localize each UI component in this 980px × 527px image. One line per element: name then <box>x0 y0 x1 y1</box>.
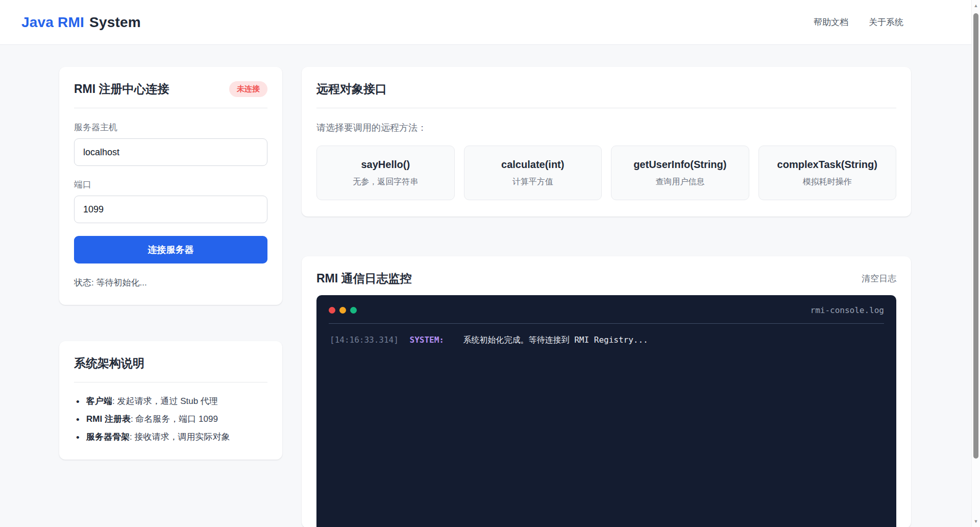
window-minimize-dot-icon <box>339 307 346 314</box>
architecture-term: 客户端 <box>86 396 112 406</box>
console-filename: rmi-console.log <box>811 305 885 315</box>
remote-interface-card: 远程对象接口 请选择要调用的远程方法： sayHello() 无参，返回字符串 … <box>302 67 911 217</box>
method-desc: 计算平方值 <box>470 177 597 187</box>
divider <box>74 108 267 108</box>
method-desc: 无参，返回字符串 <box>322 177 449 187</box>
brand-primary-text: Java RMI <box>21 14 84 30</box>
architecture-list-item: 服务器骨架: 接收请求，调用实际对象 <box>74 432 267 443</box>
connection-status-badge: 未连接 <box>229 81 267 97</box>
method-name: calculate(int) <box>470 159 597 171</box>
port-field-group: 端口 <box>74 179 267 223</box>
method-name: sayHello() <box>322 159 449 171</box>
log-card-title: RMI 通信日志监控 <box>316 271 412 286</box>
port-field-label: 端口 <box>74 179 267 190</box>
header-nav: 帮助文档 关于系统 <box>814 16 903 28</box>
divider <box>316 108 896 108</box>
log-entry: [14:16:33.314] SYSTEM: 系统初始化完成。等待连接到 RMI… <box>330 335 883 346</box>
registry-connection-card: RMI 注册中心连接 未连接 服务器主机 端口 连接服务器 状态: 等待初始化.… <box>59 67 282 305</box>
architecture-desc: : 接收请求，调用实际对象 <box>130 432 230 442</box>
console-titlebar: rmi-console.log <box>316 295 896 323</box>
method-card-getuserinfo[interactable]: getUserInfo(String) 查询用户信息 <box>611 146 749 200</box>
vertical-scrollbar[interactable]: ▲ ▼ <box>971 0 980 527</box>
architecture-term: RMI 注册表 <box>86 414 131 424</box>
scroll-down-arrow-icon[interactable]: ▼ <box>972 517 980 526</box>
architecture-card: 系统架构说明 客户端: 发起请求，通过 Stub 代理 RMI 注册表: 命名服… <box>59 341 282 460</box>
method-name: getUserInfo(String) <box>617 159 744 171</box>
method-desc: 模拟耗时操作 <box>764 177 891 187</box>
methods-prompt: 请选择要调用的远程方法： <box>316 122 896 134</box>
connection-card-title: RMI 注册中心连接 <box>74 81 169 97</box>
architecture-card-title: 系统架构说明 <box>74 355 267 371</box>
window-control-dots <box>329 307 361 314</box>
host-input[interactable] <box>74 138 267 166</box>
architecture-term: 服务器骨架 <box>86 432 130 442</box>
nav-link-help-docs[interactable]: 帮助文档 <box>814 16 848 28</box>
method-desc: 查询用户信息 <box>617 177 744 187</box>
architecture-list-item: 客户端: 发起请求，通过 Stub 代理 <box>74 396 267 408</box>
log-monitor-card: RMI 通信日志监控 清空日志 rmi-console.log [14:16:3… <box>302 256 911 527</box>
connection-card-header: RMI 注册中心连接 未连接 <box>74 81 267 97</box>
log-timestamp: [14:16:33.314] <box>330 335 399 345</box>
architecture-list: 客户端: 发起请求，通过 Stub 代理 RMI 注册表: 命名服务，端口 10… <box>74 396 267 443</box>
scrollbar-thumb[interactable] <box>973 13 978 459</box>
nav-link-about[interactable]: 关于系统 <box>869 16 903 28</box>
log-console: rmi-console.log [14:16:33.314] SYSTEM: 系… <box>316 295 896 527</box>
architecture-list-item: RMI 注册表: 命名服务，端口 1099 <box>74 414 267 425</box>
port-input[interactable] <box>74 196 267 223</box>
clear-log-button[interactable]: 清空日志 <box>862 273 896 284</box>
window-close-dot-icon <box>329 307 335 314</box>
window-maximize-dot-icon <box>350 307 357 314</box>
main-content: RMI 注册中心连接 未连接 服务器主机 端口 连接服务器 状态: 等待初始化.… <box>59 67 911 527</box>
right-column: 远程对象接口 请选择要调用的远程方法： sayHello() 无参，返回字符串 … <box>302 67 911 527</box>
method-name: complexTask(String) <box>764 159 891 171</box>
remote-interface-card-title: 远程对象接口 <box>316 81 896 97</box>
log-message: 系统初始化完成。等待连接到 RMI Registry... <box>463 335 648 345</box>
methods-grid: sayHello() 无参，返回字符串 calculate(int) 计算平方值… <box>316 146 896 200</box>
divider <box>74 382 267 382</box>
architecture-desc: : 命名服务，端口 1099 <box>131 414 218 424</box>
connection-status-text: 状态: 等待初始化... <box>74 277 267 289</box>
log-card-header: RMI 通信日志监控 清空日志 <box>316 271 896 286</box>
log-level: SYSTEM: <box>410 335 444 345</box>
console-log-area: [14:16:33.314] SYSTEM: 系统初始化完成。等待连接到 RMI… <box>316 324 896 527</box>
connect-server-button[interactable]: 连接服务器 <box>74 236 267 264</box>
left-column: RMI 注册中心连接 未连接 服务器主机 端口 连接服务器 状态: 等待初始化.… <box>59 67 282 460</box>
app-header: Java RMISystem 帮助文档 关于系统 <box>0 0 980 45</box>
method-card-sayhello[interactable]: sayHello() 无参，返回字符串 <box>316 146 455 200</box>
host-field-label: 服务器主机 <box>74 122 267 133</box>
architecture-desc: : 发起请求，通过 Stub 代理 <box>112 396 218 406</box>
method-card-calculate[interactable]: calculate(int) 计算平方值 <box>464 146 602 200</box>
host-field-group: 服务器主机 <box>74 122 267 166</box>
scroll-up-arrow-icon[interactable]: ▲ <box>972 1 980 10</box>
method-card-complextask[interactable]: complexTask(String) 模拟耗时操作 <box>758 146 897 200</box>
brand-secondary-text: System <box>89 14 141 30</box>
app-logo: Java RMISystem <box>21 14 141 31</box>
